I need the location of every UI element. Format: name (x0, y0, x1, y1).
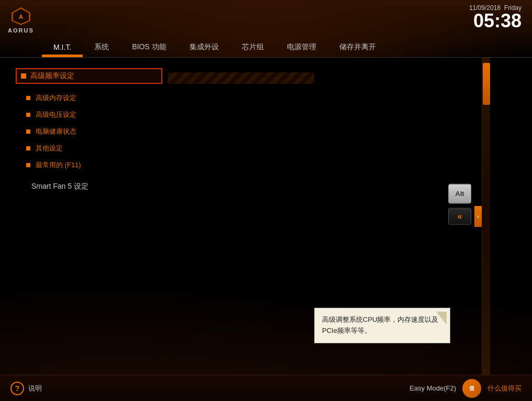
bullet-memory (26, 96, 30, 100)
menu-label-memory: 高级内存设定 (36, 93, 76, 103)
bullet-other (26, 146, 30, 150)
menu-label-voltage: 高级电压设定 (36, 110, 76, 120)
bullet-favorites (26, 163, 30, 167)
aorus-logo-icon: A (10, 6, 31, 26)
tooltip-text: 高级调整系统CPU频率，内存速度以及PCIe频率等等。 (322, 316, 438, 334)
logo-area: A AORUS (8, 6, 34, 34)
bullet-selected (21, 73, 26, 79)
footer: ? 说明 Easy Mode(F2) 值 什么值得买 (0, 375, 532, 401)
svg-text:A: A (19, 14, 23, 20)
footer-help[interactable]: ? 说明 (10, 382, 42, 395)
alt-button[interactable]: Alt (448, 183, 471, 203)
left-panel: 高级频率设定 高级内存设定 高级电压设定 电脑健康状态 其他设定 最常用的 (F… (0, 58, 482, 375)
logo-text: AORUS (8, 27, 34, 34)
menu-item-other[interactable]: 其他设定 (16, 143, 466, 154)
selected-menu-row: 高级频率设定 (16, 68, 466, 88)
nav-tabs: M.I.T. 系统 BIOS 功能 集成外设 芯片组 电源管理 储存并离开 (42, 28, 532, 57)
tab-system[interactable]: 系统 (83, 38, 120, 57)
menu-label-favorites: 最常用的 (F11) (36, 160, 81, 170)
side-buttons: Alt « (448, 183, 471, 224)
easy-mode-button[interactable]: Easy Mode(F2) (409, 384, 456, 392)
menu-item-favorites[interactable]: 最常用的 (F11) (16, 159, 466, 171)
menu-item-health[interactable]: 电脑健康状态 (16, 126, 466, 137)
main-content: 高级频率设定 高级内存设定 高级电压设定 电脑健康状态 其他设定 最常用的 (F… (0, 58, 532, 375)
side-arrow[interactable]: › (474, 206, 482, 227)
selected-menu-label: 高级频率设定 (30, 71, 74, 81)
side-arrow-icon: › (477, 213, 479, 220)
tooltip-box: 高级调整系统CPU频率，内存速度以及PCIe频率等等。 (314, 308, 450, 343)
menu-item-memory[interactable]: 高级内存设定 (16, 92, 466, 104)
header: A AORUS 11/09/2018 Friday 05:38 M.I.T. 系… (0, 0, 532, 58)
footer-help-text: 说明 (28, 384, 42, 393)
tab-mit[interactable]: M.I.T. (42, 39, 83, 57)
help-icon: ? (10, 382, 24, 395)
menu-label-health: 电脑健康状态 (36, 127, 76, 136)
tab-power[interactable]: 电源管理 (275, 38, 328, 57)
footer-right: Easy Mode(F2) 值 什么值得买 (409, 379, 522, 398)
menu-item-selected[interactable]: 高级频率设定 (16, 68, 162, 84)
menu-item-voltage[interactable]: 高级电压设定 (16, 109, 466, 121)
smart-fan-label: Smart Fan 5 设定 (31, 182, 88, 190)
tab-integrated[interactable]: 集成外设 (178, 38, 230, 57)
tab-chipset[interactable]: 芯片组 (230, 38, 275, 57)
tab-save[interactable]: 储存并离开 (328, 38, 387, 57)
header-clock: 11/09/2018 Friday 05:38 (469, 4, 522, 30)
footer-site: 什么值得买 (487, 384, 522, 393)
tab-bios[interactable]: BIOS 功能 (120, 38, 178, 57)
footer-watermark: 值 (462, 379, 481, 398)
right-scrollbar[interactable] (482, 58, 490, 375)
collapse-button[interactable]: « (448, 208, 471, 224)
bullet-health (26, 129, 30, 134)
stripe-decoration (168, 72, 314, 84)
bullet-voltage (26, 113, 30, 117)
smart-fan-section: Smart Fan 5 设定 (16, 181, 466, 191)
scrollbar-handle[interactable] (483, 63, 490, 105)
menu-label-other: 其他设定 (36, 144, 63, 153)
